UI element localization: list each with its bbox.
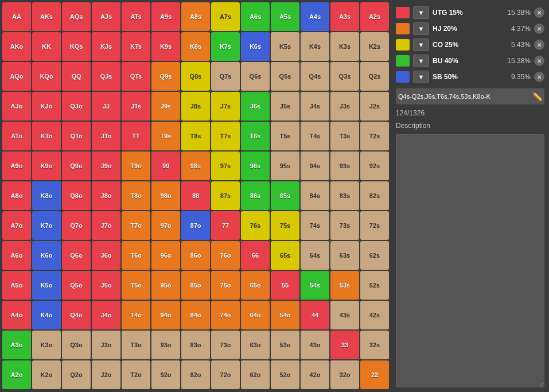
cell-JTs[interactable]: JTs: [122, 92, 150, 121]
cell-KJs[interactable]: KJs: [92, 32, 120, 61]
cell-84o[interactable]: 84o: [181, 301, 210, 329]
cell-62s[interactable]: 62s: [360, 241, 389, 270]
cell-QJo[interactable]: QJo: [62, 92, 91, 121]
cell-QTo[interactable]: QTo: [62, 122, 91, 150]
cell-K4o[interactable]: K4o: [32, 301, 61, 329]
cell-76o[interactable]: 76o: [211, 241, 240, 270]
cell-72o[interactable]: 72o: [211, 360, 240, 389]
cell-KJo[interactable]: KJo: [32, 92, 61, 121]
cell-K9s[interactable]: K9s: [151, 32, 180, 61]
cell-A3o[interactable]: A3o: [2, 331, 31, 359]
cell-72s[interactable]: 72s: [360, 211, 389, 240]
cell-K5o[interactable]: K5o: [32, 271, 61, 300]
pos-close-sb[interactable]: ✕: [534, 72, 544, 82]
cell-65s[interactable]: 65s: [271, 241, 299, 270]
cell-42s[interactable]: 42s: [360, 301, 389, 329]
cell-73o[interactable]: 73o: [211, 331, 240, 359]
cell-J5s[interactable]: J5s: [271, 92, 299, 121]
cell-AKo[interactable]: AKo: [2, 32, 31, 61]
cell-75o[interactable]: 75o: [211, 271, 240, 300]
cell-74o[interactable]: 74o: [211, 301, 240, 329]
cell-T5s[interactable]: T5s: [271, 122, 299, 150]
cell-T4s[interactable]: T4s: [301, 122, 329, 150]
cell-87o[interactable]: 87o: [181, 211, 210, 240]
cell-JJ[interactable]: JJ: [92, 92, 120, 121]
cell-96o[interactable]: 96o: [151, 241, 180, 270]
cell-KTo[interactable]: KTo: [32, 122, 61, 150]
cell-A7s[interactable]: A7s: [211, 2, 240, 31]
cell-T5o[interactable]: T5o: [122, 271, 150, 300]
cell-KQs[interactable]: KQs: [62, 32, 91, 61]
cell-K3s[interactable]: K3s: [330, 32, 359, 61]
cell-T2o[interactable]: T2o: [122, 360, 150, 389]
cell-87s[interactable]: 87s: [211, 181, 240, 210]
cell-A6o[interactable]: A6o: [2, 241, 31, 270]
cell-K6o[interactable]: K6o: [32, 241, 61, 270]
cell-43o[interactable]: 43o: [301, 331, 329, 359]
cell-Q7s[interactable]: Q7s: [211, 62, 240, 91]
cell-A2s[interactable]: A2s: [360, 2, 389, 31]
cell-Q5s[interactable]: Q5s: [271, 62, 299, 91]
cell-J7s[interactable]: J7s: [211, 92, 240, 121]
pos-dropdown-co[interactable]: ▼: [413, 38, 429, 51]
cell-83s[interactable]: 83s: [330, 181, 359, 210]
cell-Q5o[interactable]: Q5o: [62, 271, 91, 300]
cell-K2o[interactable]: K2o: [32, 360, 61, 389]
cell-75s[interactable]: 75s: [271, 211, 299, 240]
pos-dropdown-utg[interactable]: ▼: [413, 6, 429, 19]
cell-33[interactable]: 33: [330, 331, 359, 359]
cell-83o[interactable]: 83o: [181, 331, 210, 359]
cell-ATs[interactable]: ATs: [122, 2, 150, 31]
cell-62o[interactable]: 62o: [241, 360, 270, 389]
cell-Q9o[interactable]: Q9o: [62, 152, 91, 180]
cell-AQo[interactable]: AQo: [2, 62, 31, 91]
cell-53o[interactable]: 53o: [271, 331, 299, 359]
cell-AA[interactable]: AA: [2, 2, 31, 31]
cell-K5s[interactable]: K5s: [271, 32, 299, 61]
cell-K8s[interactable]: K8s: [181, 32, 210, 61]
edit-icon[interactable]: ✏️: [532, 92, 542, 101]
cell-Q8s[interactable]: Q8s: [181, 62, 210, 91]
cell-93s[interactable]: 93s: [330, 152, 359, 180]
cell-K6s[interactable]: K6s: [241, 32, 270, 61]
cell-A4s[interactable]: A4s: [301, 2, 329, 31]
cell-42o[interactable]: 42o: [301, 360, 329, 389]
cell-J6s[interactable]: J6s: [241, 92, 270, 121]
cell-KQo[interactable]: KQo: [32, 62, 61, 91]
cell-T2s[interactable]: T2s: [360, 122, 389, 150]
cell-J3s[interactable]: J3s: [330, 92, 359, 121]
cell-KTs[interactable]: KTs: [122, 32, 150, 61]
cell-82o[interactable]: 82o: [181, 360, 210, 389]
description-textarea[interactable]: [396, 134, 544, 387]
cell-64s[interactable]: 64s: [301, 241, 329, 270]
cell-K9o[interactable]: K9o: [32, 152, 61, 180]
cell-73s[interactable]: 73s: [330, 211, 359, 240]
cell-T7s[interactable]: T7s: [211, 122, 240, 150]
cell-95s[interactable]: 95s: [271, 152, 299, 180]
cell-A5s[interactable]: A5s: [271, 2, 299, 31]
cell-Q2o[interactable]: Q2o: [62, 360, 91, 389]
cell-K3o[interactable]: K3o: [32, 331, 61, 359]
cell-J2o[interactable]: J2o: [92, 360, 120, 389]
cell-A6s[interactable]: A6s: [241, 2, 270, 31]
cell-K2s[interactable]: K2s: [360, 32, 389, 61]
cell-96s[interactable]: 96s: [241, 152, 270, 180]
cell-63s[interactable]: 63s: [330, 241, 359, 270]
cell-54o[interactable]: 54o: [271, 301, 299, 329]
cell-T7o[interactable]: T7o: [122, 211, 150, 240]
cell-Q4o[interactable]: Q4o: [62, 301, 91, 329]
cell-A4o[interactable]: A4o: [2, 301, 31, 329]
cell-94s[interactable]: 94s: [301, 152, 329, 180]
cell-Q6s[interactable]: Q6s: [241, 62, 270, 91]
cell-Q8o[interactable]: Q8o: [62, 181, 91, 210]
cell-T8o[interactable]: T8o: [122, 181, 150, 210]
cell-AJo[interactable]: AJo: [2, 92, 31, 121]
cell-T9s[interactable]: T9s: [151, 122, 180, 150]
cell-T3o[interactable]: T3o: [122, 331, 150, 359]
cell-92s[interactable]: 92s: [360, 152, 389, 180]
cell-85s[interactable]: 85s: [271, 181, 299, 210]
cell-43s[interactable]: 43s: [330, 301, 359, 329]
cell-TT[interactable]: TT: [122, 122, 150, 150]
cell-64o[interactable]: 64o: [241, 301, 270, 329]
cell-Q3o[interactable]: Q3o: [62, 331, 91, 359]
